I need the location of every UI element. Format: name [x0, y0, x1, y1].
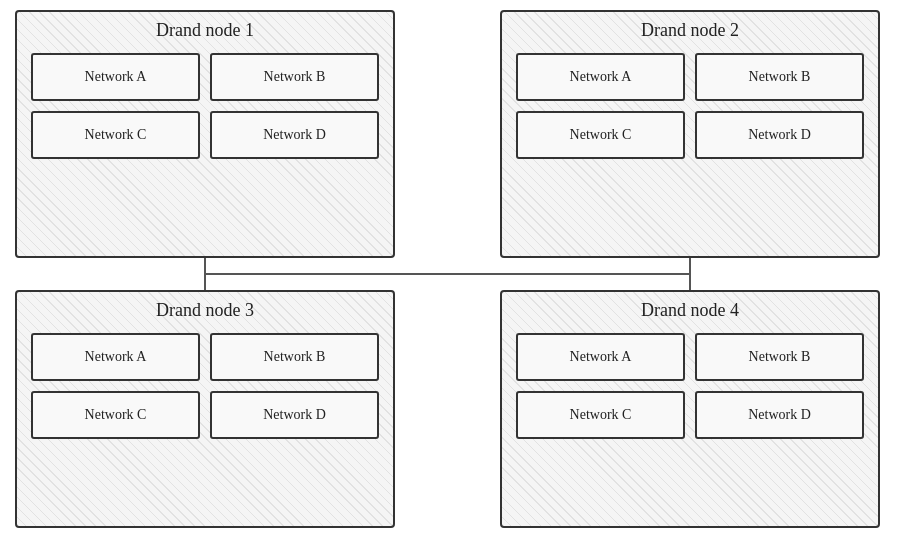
node-2-networks: Network A Network B Network C Network D	[502, 45, 878, 173]
node-4-network-a: Network A	[516, 333, 685, 381]
node-1-title: Drand node 1	[17, 20, 393, 41]
node-3-networks: Network A Network B Network C Network D	[17, 325, 393, 453]
drand-node-4: Drand node 4 Network A Network B Network…	[500, 290, 880, 528]
node-1-network-b: Network B	[210, 53, 379, 101]
drand-node-2: Drand node 2 Network A Network B Network…	[500, 10, 880, 258]
node-3-network-c: Network C	[31, 391, 200, 439]
node-2-network-b: Network B	[695, 53, 864, 101]
node-1-network-d: Network D	[210, 111, 379, 159]
node-4-title: Drand node 4	[502, 300, 878, 321]
diagram-container: Drand node 1 Network A Network B Network…	[0, 0, 898, 538]
node-3-network-d: Network D	[210, 391, 379, 439]
node-4-networks: Network A Network B Network C Network D	[502, 325, 878, 453]
node-2-network-d: Network D	[695, 111, 864, 159]
node-3-network-a: Network A	[31, 333, 200, 381]
node-4-network-b: Network B	[695, 333, 864, 381]
node-3-network-b: Network B	[210, 333, 379, 381]
node-1-network-a: Network A	[31, 53, 200, 101]
drand-node-3: Drand node 3 Network A Network B Network…	[15, 290, 395, 528]
node-1-network-c: Network C	[31, 111, 200, 159]
node-4-network-c: Network C	[516, 391, 685, 439]
drand-node-1: Drand node 1 Network A Network B Network…	[15, 10, 395, 258]
node-2-network-c: Network C	[516, 111, 685, 159]
node-4-network-d: Network D	[695, 391, 864, 439]
node-1-networks: Network A Network B Network C Network D	[17, 45, 393, 173]
node-2-network-a: Network A	[516, 53, 685, 101]
node-3-title: Drand node 3	[17, 300, 393, 321]
node-2-title: Drand node 2	[502, 20, 878, 41]
